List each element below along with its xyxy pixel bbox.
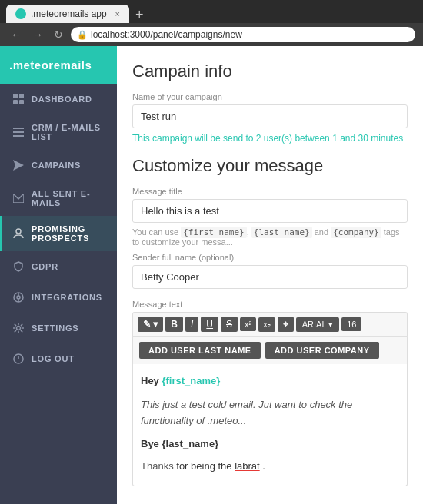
sidebar-item-campains[interactable]: CAMPAINS [0, 150, 117, 181]
editor-area[interactable]: Hey {first_name} This just a test cold e… [132, 364, 408, 486]
tab-favicon [15, 8, 26, 19]
settings-icon [12, 321, 25, 335]
subscript-button[interactable]: x₂ [258, 317, 275, 332]
lock-icon: 🔒 [77, 30, 88, 40]
svg-rect-5 [13, 131, 24, 133]
svg-marker-7 [13, 160, 24, 171]
svg-point-14 [17, 327, 21, 330]
dashboard-icon [12, 92, 25, 106]
svg-rect-0 [13, 94, 18, 98]
name-field-group: Name of your campaign [132, 92, 408, 133]
url-text: localhost:3000/panel/campaigns/new [91, 29, 242, 40]
message-title-label: Message title [132, 187, 408, 196]
logout-icon [12, 352, 25, 366]
sidebar-logo: .meteoremails [0, 46, 117, 84]
add-company-button[interactable]: ADD USER COMPANY [265, 342, 379, 359]
tab-bar: .meteoremails app × + [0, 0, 423, 23]
message-text-label: Message text [132, 300, 408, 309]
close-tab-button[interactable]: × [115, 9, 120, 18]
for-text: for being the [176, 460, 235, 472]
editor-line-4: Thanks for being the labrat . [141, 459, 399, 475]
highlight-button[interactable]: ⌖ [278, 317, 294, 332]
sidebar-item-gdpr[interactable]: GDPR [0, 251, 117, 282]
customize-title: Customize your message [132, 156, 408, 176]
forward-button[interactable]: → [29, 27, 46, 42]
insert-buttons-bar: ADD USER LAST NAME ADD USER COMPANY [132, 336, 408, 364]
editor-spacer-3 [141, 454, 399, 457]
sidebar-item-all-sent[interactable]: ALL SENT E-MAILS [0, 181, 117, 216]
hint-text: You can use {first_name}, {last_name} an… [132, 227, 408, 247]
strikethrough-button[interactable]: S [221, 317, 238, 332]
svg-point-11 [17, 296, 20, 299]
integrations-icon [12, 290, 25, 304]
sidebar-item-settings[interactable]: SETTINGS [0, 313, 117, 343]
shield-icon [12, 260, 25, 274]
underline-button[interactable]: U [201, 317, 218, 332]
message-title-group: Message title [132, 187, 408, 227]
list-icon [12, 125, 25, 139]
editor-spacer-1 [141, 391, 399, 396]
sender-field-group: Sender full name (optional) [132, 253, 408, 300]
sidebar-item-integrations[interactable]: INTEGRATIONS [0, 282, 117, 313]
message-title-input[interactable] [132, 199, 408, 223]
period-text: . [262, 460, 265, 472]
back-button[interactable]: ← [8, 27, 25, 42]
sidebar-item-prospects[interactable]: PROMISING PROSPECTS [0, 216, 117, 251]
pen-button[interactable]: ✎ ▾ [138, 317, 163, 332]
svg-rect-3 [19, 100, 24, 104]
italic-button[interactable]: I [185, 317, 198, 332]
font-selector[interactable]: ARIAL ▾ [296, 317, 339, 332]
new-tab-button[interactable]: + [129, 7, 150, 23]
app-layout: .meteoremails DASHBOARD CRM / E-MAILS LI… [0, 46, 423, 504]
campaign-info-message: This campaign will be send to 2 user(s) … [132, 133, 408, 144]
sender-name-input[interactable] [132, 265, 408, 289]
tag-last-name: {last_name} [251, 227, 312, 238]
active-tab[interactable]: .meteoremails app × [6, 5, 129, 23]
url-box[interactable]: 🔒 localhost:3000/panel/campaigns/new [71, 27, 415, 42]
sender-field-label: Sender full name (optional) [132, 253, 408, 262]
svg-point-9 [16, 229, 21, 234]
tag-first-name: {first_name} [181, 227, 246, 238]
address-bar: ← → ↻ 🔒 localhost:3000/panel/campaigns/n… [0, 23, 423, 46]
main-content: Campain info Name of your campaign This … [117, 46, 423, 504]
reload-button[interactable]: ↻ [51, 27, 66, 42]
email-icon [12, 191, 25, 205]
first-name-tag[interactable]: {first_name} [162, 375, 220, 386]
strikethrough-text: Thanks [141, 460, 174, 472]
sidebar: .meteoremails DASHBOARD CRM / E-MAILS LI… [0, 46, 117, 504]
tab-title: .meteoremails app [31, 8, 107, 19]
sidebar-item-crm[interactable]: CRM / E-MAILS LIST [0, 114, 117, 150]
superscript-button[interactable]: x² [240, 317, 256, 331]
bold-button[interactable]: B [165, 317, 183, 332]
underline-red-text: labrat [235, 460, 260, 472]
campaign-name-input[interactable] [132, 104, 408, 128]
editor-toolbar: ✎ ▾ B I U S x² x₂ ⌖ ARIAL ▾ 16 [132, 312, 408, 336]
svg-rect-2 [13, 100, 18, 104]
svg-rect-4 [13, 128, 24, 129]
editor-spacer-2 [141, 430, 399, 435]
campaign-info-title: Campain info [132, 61, 408, 81]
tag-company: {company} [331, 227, 381, 238]
name-field-label: Name of your campaign [132, 92, 408, 101]
prospects-icon [12, 227, 25, 240]
svg-rect-1 [19, 94, 24, 98]
editor-line-1: Hey {first_name} [141, 373, 399, 390]
svg-rect-6 [13, 135, 24, 137]
size-selector[interactable]: 16 [341, 317, 361, 331]
editor-line-3: Bye {last_name} [141, 436, 399, 453]
add-last-name-button[interactable]: ADD USER LAST NAME [139, 342, 261, 359]
editor-line-2: This just a test cold email. Jut want to… [141, 397, 399, 429]
send-icon [12, 158, 25, 172]
sidebar-item-dashboard[interactable]: DASHBOARD [0, 84, 117, 114]
browser-chrome: .meteoremails app × + ← → ↻ 🔒 localhost:… [0, 0, 423, 46]
sidebar-item-logout[interactable]: LOG OUT [0, 343, 117, 374]
